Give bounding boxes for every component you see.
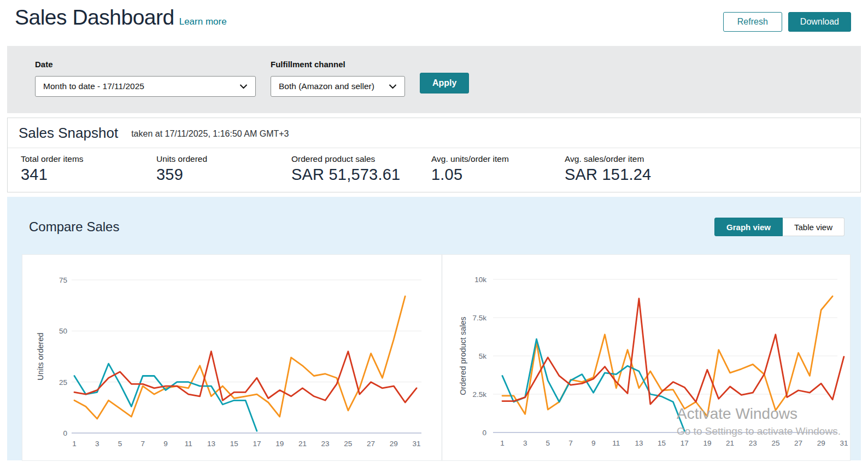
x-tick-label: 17 xyxy=(681,439,689,447)
x-tick-label: 15 xyxy=(230,440,238,448)
x-tick-label: 23 xyxy=(749,439,757,447)
snapshot-timestamp: taken at 17/11/2025, 1:16:50 AM GMT+3 xyxy=(131,127,289,139)
stat-avg-units-per-order-item: Avg. units/order item 1.05 xyxy=(431,154,565,184)
x-tick-label: 21 xyxy=(726,439,734,447)
stat-label: Avg. sales/order item xyxy=(565,154,651,164)
channel-select[interactable]: Both (Amazon and seller) xyxy=(271,76,405,97)
x-tick-label: 13 xyxy=(207,440,215,448)
apply-wrap: Apply xyxy=(420,60,469,113)
x-tick-label: 27 xyxy=(367,440,375,448)
x-tick-label: 15 xyxy=(658,439,666,447)
series-line-teal xyxy=(74,364,257,431)
y-tick-label: 25 xyxy=(59,378,67,387)
y-tick-label: 7.5k xyxy=(472,314,486,322)
snapshot-title: Sales Snapshot xyxy=(19,125,118,142)
sales-snapshot-card: Sales Snapshot taken at 17/11/2025, 1:16… xyxy=(7,118,861,192)
y-tick-label: 10k xyxy=(474,276,486,284)
page-title: Sales Dashboard xyxy=(15,5,174,30)
stat-total-order-items: Total order items 341 xyxy=(21,154,156,184)
x-tick-label: 19 xyxy=(275,440,284,448)
stat-label: Units ordered xyxy=(156,154,286,164)
channel-label: Fulfillment channel xyxy=(271,60,405,69)
x-tick-label: 27 xyxy=(794,439,802,447)
compare-sales-title: Compare Sales xyxy=(29,219,119,235)
stat-value: 359 xyxy=(156,166,286,184)
units-ordered-chart: 0255075135791113151719212325272931Units … xyxy=(22,255,442,461)
x-tick-label: 31 xyxy=(413,440,421,448)
compare-sales-section: Compare Sales Graph view Table view 0255… xyxy=(7,197,861,460)
y-tick-label: 0 xyxy=(482,429,486,437)
stat-avg-sales-per-order-item: Avg. sales/order item SAR 151.24 xyxy=(565,154,656,184)
x-tick-label: 5 xyxy=(546,439,550,447)
x-tick-label: 13 xyxy=(635,439,643,447)
x-tick-label: 7 xyxy=(140,440,145,448)
units-ordered-chart-panel: 0255075135791113151719212325272931Units … xyxy=(22,255,442,460)
stat-ordered-product-sales: Ordered product sales SAR 51,573.61 xyxy=(291,154,431,184)
y-tick-label: 0 xyxy=(63,429,67,437)
stat-value: 1.05 xyxy=(431,166,559,184)
view-toggle: Graph view Table view xyxy=(714,218,844,236)
x-tick-label: 9 xyxy=(591,439,596,447)
date-select[interactable]: Month to date - 17/11/2025 xyxy=(35,76,256,97)
x-tick-label: 17 xyxy=(253,440,261,448)
stat-value: SAR 51,573.61 xyxy=(291,166,426,184)
x-tick-label: 19 xyxy=(703,439,711,447)
learn-more-link[interactable]: Learn more xyxy=(179,16,227,27)
stat-label: Ordered product sales xyxy=(291,154,426,164)
y-tick-label: 2.5k xyxy=(472,390,486,399)
x-tick-label: 23 xyxy=(321,440,330,448)
compare-header: Compare Sales Graph view Table view xyxy=(22,218,851,236)
header-buttons: Refresh Download xyxy=(723,12,851,32)
refresh-button[interactable]: Refresh xyxy=(723,12,782,32)
x-tick-label: 3 xyxy=(95,440,99,448)
stat-label: Avg. units/order item xyxy=(431,154,559,164)
download-button[interactable]: Download xyxy=(788,12,851,32)
charts-card: 0255075135791113151719212325272931Units … xyxy=(22,254,851,461)
x-tick-label: 7 xyxy=(568,439,573,447)
x-tick-label: 11 xyxy=(612,439,620,447)
channel-field: Fulfillment channel Both (Amazon and sel… xyxy=(271,60,405,113)
x-tick-label: 21 xyxy=(298,440,307,448)
ordered-product-sales-chart-panel: 02.5k5k7.5k10k13579111315171921232527293… xyxy=(442,255,851,460)
table-view-button[interactable]: Table view xyxy=(783,218,844,236)
filter-panel: Date Month to date - 17/11/2025 Fulfillm… xyxy=(7,46,861,113)
x-tick-label: 29 xyxy=(390,440,398,448)
stat-value: 341 xyxy=(21,166,151,184)
x-tick-label: 1 xyxy=(500,439,505,447)
chevron-down-icon xyxy=(389,84,397,89)
chevron-down-icon xyxy=(239,84,248,89)
x-tick-label: 9 xyxy=(163,440,168,448)
y-axis-title: Ordered product sales xyxy=(459,317,467,395)
stat-label: Total order items xyxy=(21,154,151,164)
date-field: Date Month to date - 17/11/2025 xyxy=(35,60,256,113)
stat-value: SAR 151.24 xyxy=(565,166,651,184)
x-tick-label: 29 xyxy=(817,439,825,447)
date-select-value: Month to date - 17/11/2025 xyxy=(43,81,232,91)
channel-select-value: Both (Amazon and seller) xyxy=(279,81,381,91)
x-tick-label: 25 xyxy=(344,440,352,448)
x-tick-label: 25 xyxy=(771,439,779,447)
page-header: Sales Dashboard Learn more Refresh Downl… xyxy=(0,0,868,46)
x-tick-label: 3 xyxy=(523,439,527,447)
apply-button[interactable]: Apply xyxy=(420,73,469,93)
x-tick-label: 11 xyxy=(185,440,192,448)
snapshot-stats: Total order items 341 Units ordered 359 … xyxy=(8,148,860,192)
x-tick-label: 1 xyxy=(72,440,77,448)
y-tick-label: 50 xyxy=(59,327,67,335)
x-tick-label: 5 xyxy=(118,440,122,448)
y-tick-label: 75 xyxy=(59,276,67,284)
graph-view-button[interactable]: Graph view xyxy=(714,218,783,236)
snapshot-header: Sales Snapshot taken at 17/11/2025, 1:16… xyxy=(8,118,860,148)
y-axis-title: Units ordered xyxy=(36,332,45,380)
x-tick-label: 31 xyxy=(840,439,848,447)
ordered-product-sales-chart: 02.5k5k7.5k10k13579111315171921232527293… xyxy=(442,255,851,461)
series-line-red xyxy=(502,299,844,404)
title-wrap: Sales Dashboard Learn more xyxy=(15,5,227,30)
date-label: Date xyxy=(35,60,256,69)
stat-units-ordered: Units ordered 359 xyxy=(156,154,291,184)
y-tick-label: 5k xyxy=(479,352,487,360)
